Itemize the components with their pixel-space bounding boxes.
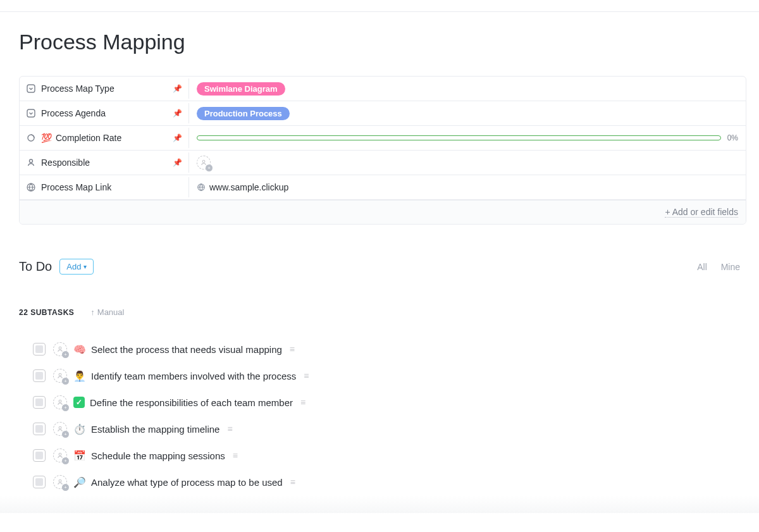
page-title: Process Mapping — [19, 30, 740, 54]
todo-section: To Do Add ▾ All Mine 22 SUBTASKS ↑ Manua… — [19, 259, 740, 495]
task-assignee[interactable]: + — [53, 395, 67, 409]
field-label-text: Process Map Type — [41, 84, 114, 94]
drag-handle-icon[interactable]: ≡ — [300, 397, 304, 407]
field-label-text: Responsible — [41, 158, 90, 168]
bottom-fade — [0, 495, 759, 513]
field-row-link: Process Map Link www.sample.clickup — [20, 175, 746, 200]
svg-point-9 — [59, 400, 61, 402]
task-assignee[interactable]: + — [53, 448, 67, 462]
task-item[interactable]: +⏱️Establish the mapping timeline≡ — [33, 416, 740, 442]
field-label-link[interactable]: Process Map Link — [20, 177, 189, 197]
svg-rect-0 — [27, 85, 35, 92]
task-name: Analyze what type of process map to be u… — [91, 477, 283, 488]
task-checkbox[interactable] — [33, 369, 46, 382]
svg-point-11 — [59, 453, 61, 455]
field-value-responsible[interactable]: + — [189, 152, 746, 173]
globe-field-icon — [26, 182, 36, 192]
field-label-text: Process Agenda — [41, 108, 106, 118]
task-name: Select the process that needs visual map… — [91, 344, 282, 355]
field-label-responsible[interactable]: Responsible 📌 — [20, 152, 189, 173]
arrow-up-icon: ↑ — [90, 307, 95, 317]
task-item[interactable]: +🔎Analyze what type of process map to be… — [33, 469, 740, 495]
task-list: +🧠Select the process that needs visual m… — [19, 336, 740, 495]
task-checkbox[interactable] — [33, 423, 46, 435]
task-name: Define the responsibilities of each team… — [90, 397, 293, 408]
checkbox-inner — [35, 372, 43, 380]
subtask-meta: 22 SUBTASKS ↑ Manual — [19, 307, 740, 317]
checkbox-inner — [35, 452, 43, 459]
field-label-map-type[interactable]: Process Map Type 📌 — [20, 78, 189, 99]
checkbox-inner — [35, 425, 43, 433]
field-value-agenda[interactable]: Production Process — [189, 103, 746, 124]
svg-rect-1 — [27, 109, 35, 117]
field-label-agenda[interactable]: Process Agenda 📌 — [20, 103, 189, 123]
sort-manual[interactable]: ↑ Manual — [90, 307, 124, 317]
field-label-text: Completion Rate — [56, 133, 121, 143]
task-checkbox[interactable] — [33, 449, 46, 462]
drag-handle-icon[interactable]: ≡ — [233, 450, 237, 461]
todo-header: To Do Add ▾ All Mine — [19, 259, 740, 275]
pin-icon[interactable]: 📌 — [173, 84, 182, 93]
drag-handle-icon[interactable]: ≡ — [290, 477, 294, 487]
drag-handle-icon[interactable]: ≡ — [304, 371, 307, 381]
task-emoji-icon: 📅 — [73, 450, 86, 462]
task-assignee[interactable]: + — [53, 369, 67, 383]
field-label-text: Process Map Link — [41, 182, 111, 192]
fields-footer: + Add or edit fields — [20, 200, 746, 224]
task-item[interactable]: +📅Schedule the mapping sessions≡ — [33, 442, 740, 469]
field-label-completion[interactable]: 💯 Completion Rate 📌 — [20, 128, 189, 148]
assign-plus-icon: + — [62, 457, 69, 464]
dropdown-field-icon — [26, 108, 36, 118]
subtask-count: 22 SUBTASKS — [19, 308, 74, 317]
svg-point-10 — [59, 426, 61, 429]
assign-plus-icon: + — [62, 404, 69, 411]
pin-icon[interactable]: 📌 — [173, 109, 182, 118]
task-name: Establish the mapping timeline — [91, 424, 219, 435]
field-value-map-type[interactable]: Swimlane Diagram — [189, 78, 746, 99]
task-assignee[interactable]: + — [53, 475, 67, 489]
assign-plus-icon: + — [62, 351, 69, 358]
checkbox-inner — [35, 399, 43, 406]
task-emoji-icon: 🧠 — [73, 343, 86, 356]
field-value-link[interactable]: www.sample.clickup — [189, 178, 746, 196]
task-assignee[interactable]: + — [53, 342, 67, 356]
task-item[interactable]: +🧠Select the process that needs visual m… — [33, 336, 740, 362]
task-item[interactable]: +✓Define the responsibilities of each te… — [33, 389, 740, 416]
task-emoji-icon: ⏱️ — [73, 423, 86, 435]
assign-plus-icon: + — [62, 431, 69, 438]
task-checkbox[interactable] — [33, 343, 46, 356]
filter-all[interactable]: All — [697, 262, 707, 272]
progress-bar[interactable] — [197, 135, 721, 140]
hundred-emoji-icon: 💯 — [41, 133, 52, 143]
drag-handle-icon[interactable]: ≡ — [227, 424, 231, 434]
svg-point-7 — [59, 347, 61, 349]
task-checkbox[interactable] — [33, 396, 46, 409]
add-button-label: Add — [66, 262, 81, 271]
add-button[interactable]: Add ▾ — [59, 259, 94, 275]
progress-bar-wrap: 0% — [197, 133, 738, 142]
field-row-completion: 💯 Completion Rate 📌 0% — [20, 126, 746, 151]
assign-plus-icon: + — [206, 164, 213, 171]
task-name: Schedule the mapping sessions — [91, 450, 225, 461]
person-field-icon — [26, 158, 36, 168]
drag-handle-icon[interactable]: ≡ — [290, 344, 293, 354]
add-edit-fields-link[interactable]: + Add or edit fields — [665, 207, 738, 218]
field-row-agenda: Process Agenda 📌 Production Process — [20, 101, 746, 126]
pin-icon[interactable]: 📌 — [173, 133, 182, 142]
pin-icon[interactable]: 📌 — [173, 158, 182, 167]
svg-point-4 — [202, 160, 205, 163]
field-row-map-type: Process Map Type 📌 Swimlane Diagram — [20, 77, 746, 101]
tag-map-type: Swimlane Diagram — [197, 82, 285, 96]
task-assignee[interactable]: + — [53, 422, 67, 436]
task-item[interactable]: +👨‍💼Identify team members involved with … — [33, 362, 740, 389]
globe-small-icon — [197, 183, 206, 192]
dropdown-field-icon — [26, 84, 36, 94]
svg-point-12 — [59, 479, 61, 482]
filter-mine[interactable]: Mine — [721, 262, 740, 272]
task-checkbox[interactable] — [33, 476, 46, 488]
tag-agenda: Production Process — [197, 107, 290, 120]
field-value-completion[interactable]: 0% — [189, 130, 746, 146]
assign-placeholder[interactable]: + — [197, 156, 211, 170]
checkbox-inner — [35, 345, 43, 353]
task-emoji-icon: 🔎 — [73, 476, 86, 488]
